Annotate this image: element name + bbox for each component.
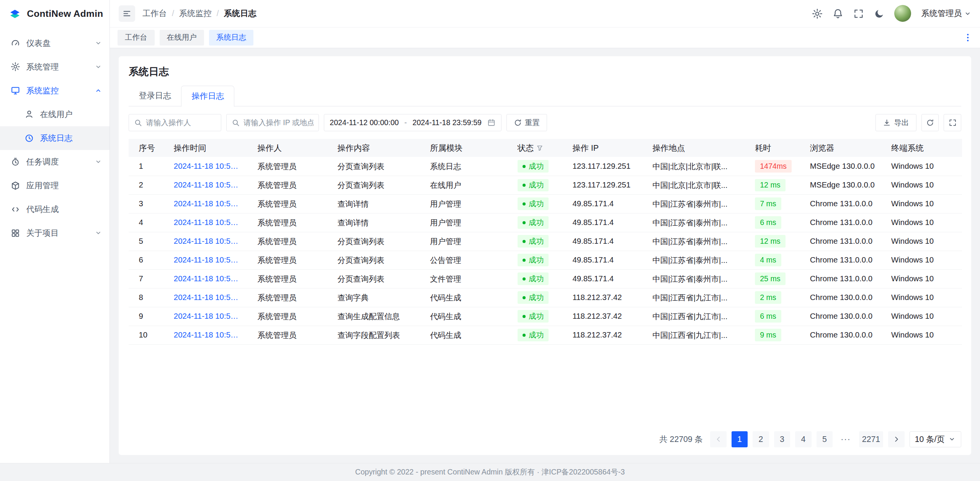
tab-login-log[interactable]: 登录日志: [129, 86, 181, 106]
cell-status: 成功: [510, 251, 565, 269]
breadcrumb-item[interactable]: 系统监控: [179, 8, 212, 19]
cell-browser: Chrome 130.0.0.0: [802, 326, 884, 344]
bell-icon[interactable]: [833, 8, 843, 19]
cell-time-link[interactable]: 2024-11-18 10:52:55: [166, 157, 250, 176]
chevron-up-icon: [95, 87, 102, 95]
pagination-page-button[interactable]: 1: [732, 431, 748, 447]
sidebar-item-dashboard[interactable]: 仪表盘: [0, 31, 109, 55]
page-tab-online-users[interactable]: 在线用户: [160, 30, 204, 46]
export-button[interactable]: 导出: [875, 114, 916, 132]
cell-content: 查询详情: [330, 213, 423, 232]
cell-duration: 9 ms: [748, 326, 803, 344]
status-badge: 成功: [518, 254, 549, 266]
reset-button[interactable]: 重置: [506, 114, 547, 132]
log-table-wrap: 序号 操作时间 操作人 操作内容 所属模块 状态: [129, 139, 961, 345]
filter-funnel-icon[interactable]: [536, 145, 543, 152]
table-row: 5 2024-11-18 10:51:55 系统管理员 分页查询列表 用户管理 …: [129, 232, 962, 251]
cell-duration: 6 ms: [748, 307, 803, 326]
operator-search-input[interactable]: [146, 118, 216, 127]
cell-time-link[interactable]: 2024-11-18 10:51:50: [166, 288, 250, 307]
sidebar-item-system-management[interactable]: 系统管理: [0, 55, 109, 79]
cell-location: 中国|江西省|九江市|...: [645, 326, 748, 344]
operator-search-field[interactable]: [129, 114, 221, 132]
cell-browser: Chrome 130.0.0.0: [802, 288, 884, 307]
sidebar-item-code-generation[interactable]: 代码生成: [0, 197, 109, 221]
date-range-picker[interactable]: 2024-11-12 00:00:00 - 2024-11-18 23:59:5…: [324, 114, 501, 132]
user-menu[interactable]: 系统管理员: [921, 8, 972, 19]
fullscreen-icon[interactable]: [853, 8, 864, 19]
cell-location: 中国|北京|北京市|联...: [645, 176, 748, 194]
cell-duration: 6 ms: [748, 213, 803, 232]
cell-time-link[interactable]: 2024-11-18 10:51:49: [166, 326, 250, 344]
breadcrumb-current: 系统日志: [224, 8, 256, 19]
cell-os: Windows 10: [884, 194, 962, 213]
dark-mode-moon-icon[interactable]: [874, 8, 885, 19]
sidebar-collapse-button[interactable]: [119, 5, 135, 21]
chevron-down-icon: [95, 39, 102, 47]
cell-module: 用户管理: [423, 213, 510, 232]
duration-badge: 2 ms: [755, 291, 781, 304]
breadcrumb-item[interactable]: 工作台: [142, 8, 167, 19]
col-duration: 耗时: [748, 139, 803, 157]
table-fullscreen-button[interactable]: [944, 114, 961, 132]
app-logo[interactable]: ContiNew Admin: [0, 0, 109, 28]
cell-status: 成功: [510, 326, 565, 344]
cell-index: 5: [129, 232, 166, 251]
settings-icon[interactable]: [812, 8, 823, 19]
cell-content: 分页查询列表: [330, 269, 423, 288]
more-vertical-icon[interactable]: [963, 33, 972, 42]
cell-operator: 系统管理员: [250, 307, 330, 326]
status-dot: [523, 277, 526, 280]
pagination-more-button[interactable]: ···: [838, 431, 854, 447]
refresh-icon: [514, 119, 522, 127]
sidebar-item-task-scheduling[interactable]: 任务调度: [0, 150, 109, 174]
status-badge: 成功: [518, 216, 549, 229]
ip-search-input[interactable]: [243, 118, 314, 127]
cell-location: 中国|江西省|九江市|...: [645, 288, 748, 307]
cell-time-link[interactable]: 2024-11-18 10:52:05: [166, 213, 250, 232]
sidebar: ContiNew Admin 仪表盘 系统管理: [0, 0, 110, 463]
cell-operator: 系统管理员: [250, 232, 330, 251]
cell-module: 文件管理: [423, 269, 510, 288]
cell-browser: Chrome 131.0.0.0: [802, 269, 884, 288]
cell-time-link[interactable]: 2024-11-18 10:51:55: [166, 232, 250, 251]
cell-time-link[interactable]: 2024-11-18 10:51:49: [166, 307, 250, 326]
pagination-page-button[interactable]: 2271: [859, 431, 884, 447]
pagination-page-button[interactable]: 4: [795, 431, 811, 447]
sidebar-item-system-monitor[interactable]: 系统监控: [0, 79, 109, 103]
code-icon: [11, 205, 20, 214]
pagination-page-button[interactable]: 3: [774, 431, 790, 447]
cell-time-link[interactable]: 2024-11-18 10:52:12: [166, 194, 250, 213]
table-refresh-button[interactable]: [921, 114, 939, 132]
page-tab-system-log[interactable]: 系统日志: [209, 30, 253, 46]
sidebar-item-system-log[interactable]: 系统日志: [0, 126, 109, 150]
sidebar-item-online-users[interactable]: 在线用户: [0, 103, 109, 126]
status-badge: 成功: [518, 197, 549, 210]
cell-time-link[interactable]: 2024-11-18 10:52:47: [166, 176, 250, 194]
chevron-down-icon: [95, 229, 102, 237]
cell-time-link[interactable]: 2024-11-18 10:51:53: [166, 251, 250, 269]
cell-ip: 49.85.171.4: [565, 269, 645, 288]
pagination-prev-button[interactable]: [710, 431, 726, 447]
page-size-select[interactable]: 10 条/页: [910, 431, 961, 447]
user-avatar[interactable]: [894, 5, 911, 22]
ip-search-field[interactable]: [226, 114, 319, 132]
col-module: 所属模块: [423, 139, 510, 157]
col-status: 状态: [510, 139, 565, 157]
pagination-page-button[interactable]: 5: [817, 431, 833, 447]
sidebar-item-app-management[interactable]: 应用管理: [0, 174, 109, 197]
pagination-next-button[interactable]: [888, 431, 904, 447]
status-dot: [523, 221, 526, 224]
table-row: 9 2024-11-18 10:51:49 系统管理员 查询生成配置信息 代码生…: [129, 307, 962, 326]
tab-operation-log[interactable]: 操作日志: [181, 86, 234, 106]
cell-duration: 12 ms: [748, 232, 803, 251]
cell-module: 代码生成: [423, 326, 510, 344]
cell-time-link[interactable]: 2024-11-18 10:51:52: [166, 269, 250, 288]
sidebar-item-about-project[interactable]: 关于项目: [0, 221, 109, 245]
page-tab-workbench[interactable]: 工作台: [118, 30, 155, 46]
cell-content: 查询字段配置列表: [330, 326, 423, 344]
pagination-page-button[interactable]: 2: [753, 431, 769, 447]
cell-duration: 12 ms: [748, 176, 803, 194]
cell-ip: 118.212.37.42: [565, 307, 645, 326]
cell-status: 成功: [510, 194, 565, 213]
